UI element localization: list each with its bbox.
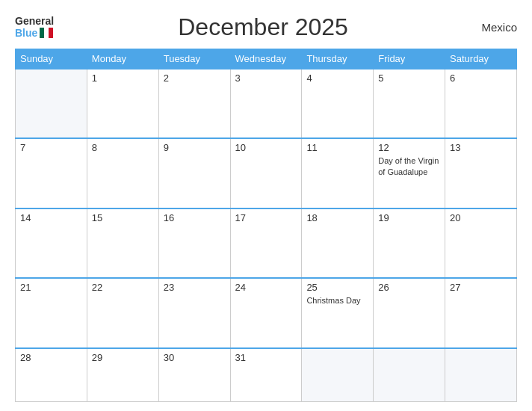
calendar-page: General Blue December 2025 Mexico Sunday… bbox=[0, 0, 532, 411]
page-header: General Blue December 2025 Mexico bbox=[15, 13, 517, 41]
day-number: 13 bbox=[450, 142, 512, 153]
day-number: 19 bbox=[378, 212, 440, 223]
day-cell: 1 bbox=[87, 69, 158, 138]
day-number: 20 bbox=[450, 212, 512, 223]
day-number: 4 bbox=[306, 72, 368, 84]
day-cell bbox=[302, 348, 374, 402]
day-number: 27 bbox=[450, 282, 512, 293]
day-number: 29 bbox=[92, 352, 154, 363]
day-cell bbox=[16, 69, 87, 138]
day-cell bbox=[374, 348, 445, 402]
header-tuesday: Tuesday bbox=[158, 49, 230, 69]
day-cell: 30 bbox=[158, 348, 230, 402]
day-cell: 6 bbox=[445, 69, 517, 138]
logo-general-text: General bbox=[15, 16, 54, 27]
logo-blue-text: Blue bbox=[15, 28, 53, 39]
day-number: 12 bbox=[378, 142, 440, 153]
day-number: 23 bbox=[164, 282, 226, 293]
day-number: 10 bbox=[235, 142, 297, 153]
svg-rect-1 bbox=[44, 28, 49, 38]
day-cell: 11 bbox=[302, 138, 374, 208]
day-number: 18 bbox=[306, 212, 368, 223]
day-cell: 9 bbox=[158, 138, 230, 208]
svg-rect-2 bbox=[49, 28, 53, 38]
day-cell: 31 bbox=[230, 348, 302, 402]
day-number: 22 bbox=[92, 282, 154, 293]
day-cell: 25Christmas Day bbox=[302, 278, 374, 347]
day-cell: 15 bbox=[87, 208, 158, 278]
week-row-2: 789101112Day of the Virgin of Guadalupe1… bbox=[16, 138, 517, 208]
day-number: 16 bbox=[164, 212, 226, 223]
day-number: 15 bbox=[92, 212, 154, 223]
day-cell: 29 bbox=[87, 348, 158, 402]
day-cell: 28 bbox=[16, 348, 87, 402]
page-title: December 2025 bbox=[54, 13, 472, 41]
day-cell: 21 bbox=[16, 278, 87, 347]
week-row-1: 123456 bbox=[16, 69, 517, 138]
day-cell: 27 bbox=[445, 278, 517, 347]
day-number: 7 bbox=[20, 142, 82, 153]
day-number: 14 bbox=[20, 212, 82, 223]
day-cell: 16 bbox=[158, 208, 230, 278]
day-cell: 3 bbox=[230, 69, 302, 138]
day-number: 11 bbox=[306, 142, 368, 153]
header-friday: Friday bbox=[374, 49, 445, 69]
header-thursday: Thursday bbox=[302, 49, 374, 69]
calendar-table: Sunday Monday Tuesday Wednesday Thursday… bbox=[15, 49, 517, 402]
day-number: 2 bbox=[164, 72, 226, 84]
day-cell: 26 bbox=[374, 278, 445, 347]
day-number: 21 bbox=[20, 282, 82, 293]
day-cell: 17 bbox=[230, 208, 302, 278]
day-cell: 22 bbox=[87, 278, 158, 347]
day-number: 3 bbox=[235, 72, 297, 84]
header-monday: Monday bbox=[87, 49, 158, 69]
header-sunday: Sunday bbox=[16, 49, 87, 69]
day-number: 5 bbox=[378, 72, 440, 84]
header-wednesday: Wednesday bbox=[230, 49, 302, 69]
day-cell: 5 bbox=[374, 69, 445, 138]
week-row-4: 2122232425Christmas Day2627 bbox=[16, 278, 517, 347]
day-cell: 18 bbox=[302, 208, 374, 278]
day-cell: 4 bbox=[302, 69, 374, 138]
day-header-row: Sunday Monday Tuesday Wednesday Thursday… bbox=[16, 49, 517, 69]
week-row-3: 14151617181920 bbox=[16, 208, 517, 278]
week-row-5: 28293031 bbox=[16, 348, 517, 402]
header-saturday: Saturday bbox=[445, 49, 517, 69]
day-number: 1 bbox=[92, 72, 154, 84]
day-cell: 19 bbox=[374, 208, 445, 278]
day-cell: 13 bbox=[445, 138, 517, 208]
day-cell: 23 bbox=[158, 278, 230, 347]
event-label: Christmas Day bbox=[306, 295, 368, 306]
event-label: Day of the Virgin of Guadalupe bbox=[378, 155, 440, 177]
day-number: 31 bbox=[235, 352, 297, 363]
day-number: 6 bbox=[450, 72, 512, 84]
day-cell: 10 bbox=[230, 138, 302, 208]
day-number: 24 bbox=[235, 282, 297, 293]
day-cell: 2 bbox=[158, 69, 230, 138]
day-number: 17 bbox=[235, 212, 297, 223]
day-number: 30 bbox=[164, 352, 226, 363]
day-cell: 8 bbox=[87, 138, 158, 208]
svg-rect-0 bbox=[40, 28, 44, 38]
day-number: 26 bbox=[378, 282, 440, 293]
country-label: Mexico bbox=[472, 21, 517, 34]
day-number: 25 bbox=[306, 282, 368, 293]
day-cell: 14 bbox=[16, 208, 87, 278]
day-number: 8 bbox=[92, 142, 154, 153]
logo: General Blue bbox=[15, 16, 54, 39]
day-cell: 12Day of the Virgin of Guadalupe bbox=[374, 138, 445, 208]
day-cell: 7 bbox=[16, 138, 87, 208]
day-number: 9 bbox=[164, 142, 226, 153]
day-cell: 20 bbox=[445, 208, 517, 278]
day-cell bbox=[445, 348, 517, 402]
day-number: 28 bbox=[20, 352, 82, 363]
logo-flag-icon bbox=[40, 28, 53, 38]
day-cell: 24 bbox=[230, 278, 302, 347]
